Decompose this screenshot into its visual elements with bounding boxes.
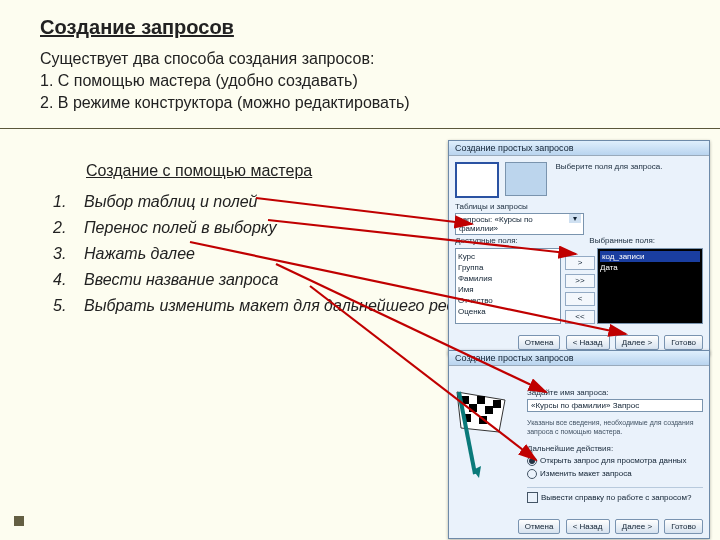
- back-button[interactable]: < Назад: [566, 335, 610, 350]
- wizard-dialog-finish: Создание простых запросов Задайте имя: [448, 350, 710, 539]
- step-num: 2.: [52, 216, 81, 240]
- selected-label: Выбранные поля:: [589, 236, 655, 245]
- radio-label: Открыть запрос для просмотра данных: [540, 456, 687, 465]
- selected-listbox[interactable]: код_записи Дата: [597, 248, 703, 324]
- svg-rect-4: [469, 404, 477, 412]
- available-listbox[interactable]: Курс Группа Фамилия Имя Отчество Оценка: [455, 248, 561, 324]
- divider: [0, 128, 720, 129]
- page-title: Создание запросов: [40, 16, 234, 39]
- finish-button[interactable]: Готово: [664, 335, 703, 350]
- corner-marker: [14, 516, 24, 526]
- tables-dropdown[interactable]: запросы: «Курсы по фамилии»: [455, 213, 584, 235]
- name-label: Задайте имя запроса:: [527, 388, 703, 397]
- checkered-flag-icon: [455, 388, 517, 478]
- list-item[interactable]: код_записи: [600, 251, 700, 262]
- move-right-button[interactable]: >: [565, 256, 595, 270]
- dialog-hint: Выберите поля для запроса.: [555, 162, 675, 171]
- svg-rect-5: [485, 406, 493, 414]
- tables-label: Таблицы и запросы: [455, 202, 703, 211]
- wizard-icon: [505, 162, 547, 196]
- list-item[interactable]: Отчество: [458, 295, 558, 306]
- move-all-right-button[interactable]: >>: [565, 274, 595, 288]
- intro-line: 2. В режиме конструктора (можно редактир…: [40, 92, 410, 114]
- step-num: 1.: [52, 190, 81, 214]
- move-all-left-button[interactable]: <<: [565, 310, 595, 324]
- step-num: 3.: [52, 242, 81, 266]
- available-label: Доступные поля:: [455, 236, 518, 245]
- next-button[interactable]: Далее >: [615, 335, 659, 350]
- checkbox-label: Вывести справку по работе с запросом?: [541, 493, 691, 502]
- intro-line: 1. С помощью мастера (удобно создавать): [40, 70, 410, 92]
- dialog-title: Создание простых запросов: [449, 351, 709, 366]
- radio-label: Изменить макет запроса: [540, 469, 632, 478]
- cancel-button[interactable]: Отмена: [518, 335, 561, 350]
- svg-rect-7: [479, 416, 487, 424]
- back-button[interactable]: < Назад: [566, 519, 610, 534]
- radio-edit-layout[interactable]: Изменить макет запроса: [527, 469, 703, 479]
- wizard-icon: [455, 162, 499, 198]
- intro-line: Существует два способа создания запросов…: [40, 48, 410, 70]
- finish-hint: Указаны все сведения, необходимые для со…: [527, 418, 703, 436]
- sub-title: Создание с помощью мастера: [86, 162, 312, 180]
- svg-rect-3: [493, 400, 501, 408]
- next-button[interactable]: Далее >: [615, 519, 659, 534]
- radio-open-query[interactable]: Открыть запрос для просмотра данных: [527, 456, 703, 466]
- list-item[interactable]: Имя: [458, 284, 558, 295]
- dialog-title: Создание простых запросов: [449, 141, 709, 156]
- step-num: 4.: [52, 268, 81, 292]
- next-actions-label: Дальнейшие действия:: [527, 444, 703, 453]
- list-item[interactable]: Фамилия: [458, 273, 558, 284]
- finish-button[interactable]: Готово: [664, 519, 703, 534]
- transfer-buttons: > >> < <<: [565, 256, 595, 328]
- move-left-button[interactable]: <: [565, 292, 595, 306]
- intro-block: Существует два способа создания запросов…: [40, 48, 410, 114]
- cancel-button[interactable]: Отмена: [518, 519, 561, 534]
- query-name-input[interactable]: «Курсы по фамилии» Запрос: [527, 399, 703, 412]
- list-item[interactable]: Оценка: [458, 306, 558, 317]
- wizard-dialog-fields: Создание простых запросов Выберите поля …: [448, 140, 710, 355]
- svg-rect-2: [477, 396, 485, 404]
- step-num: 5.: [52, 294, 81, 318]
- list-item[interactable]: Группа: [458, 262, 558, 273]
- help-checkbox[interactable]: Вывести справку по работе с запросом?: [527, 487, 703, 503]
- list-item[interactable]: Дата: [600, 262, 700, 273]
- list-item[interactable]: Курс: [458, 251, 558, 262]
